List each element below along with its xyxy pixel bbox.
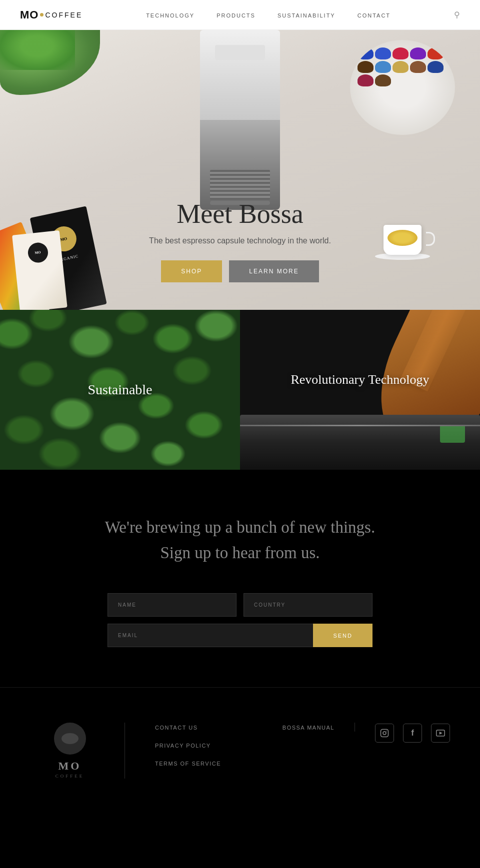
cards-row: Sustainable Revolutionary Technology [0,310,480,470]
name-input[interactable] [108,593,236,617]
nav-technology[interactable]: TECHNOLOGY [146,12,194,18]
footer-social-column: f [355,723,450,743]
footer-manual-column: BOSSA MANUAL [262,723,355,732]
logo-mo: MO [20,8,38,21]
signup-section: We're brewing up a bunch of new things. … [0,470,480,687]
hero-section: MO ORGANIC MO Meet Bossa The best espres… [0,30,480,310]
signup-form: SEND [108,593,372,647]
nav-contact[interactable]: CONTACT [358,12,390,18]
nav-links: TECHNOLOGY PRODUCTS SUSTAINABILITY CONTA… [146,10,390,19]
email-input[interactable] [108,624,313,647]
instagram-icon[interactable] [375,724,394,743]
footer-logo-mark [54,723,86,755]
form-row-name-country [108,593,372,617]
shop-button[interactable]: SHOP [161,260,222,282]
svg-point-1 [383,732,386,735]
card-technology-label: Revolutionary Technology [290,372,429,387]
footer-privacy-link[interactable]: PRIVACY POLICY [155,743,211,749]
youtube-icon[interactable] [431,724,450,743]
search-icon[interactable]: ⚲ [454,10,460,19]
hero-content: Meet Bossa The best espresso capsule tec… [80,198,400,282]
navbar: MO COFFEE TECHNOLOGY PRODUCTS SUSTAINABI… [0,0,480,30]
card-sustainable-label: Sustainable [88,382,152,398]
footer-links-column: CONTACT US PRIVACY POLICY TERMS OF SERVI… [125,723,262,777]
plant-decoration-2 [0,30,75,70]
coffee-machine [195,30,285,210]
signup-headline: We're brewing up a bunch of new things. … [20,515,460,566]
footer-logo-column: MO COFFEE [30,723,125,779]
footer-logo-mo: MO [58,760,82,773]
footer-bossa-manual-link[interactable]: BOSSA MANUAL [282,725,334,731]
svg-point-2 [386,731,387,732]
svg-marker-4 [440,732,442,735]
country-input[interactable] [244,593,372,617]
card-technology[interactable]: Revolutionary Technology [240,310,480,470]
facebook-icon[interactable]: f [403,724,422,743]
nav-sustainability[interactable]: SUSTAINABILITY [278,12,336,18]
footer-logo-coffee-sub: COFFEE [56,774,84,779]
logo-dot-icon [40,13,44,16]
send-button[interactable]: SEND [313,624,372,647]
hero-buttons: SHOP LEARN MORE [80,260,400,282]
footer-inner: MO COFFEE CONTACT US PRIVACY POLICY TERM… [30,723,450,779]
pods-bowl [350,40,455,135]
logo-coffee-text: COFFEE [45,11,82,19]
hero-title: Meet Bossa [80,198,400,229]
hero-subtitle: The best espresso capsule technology in … [80,236,400,245]
nav-products[interactable]: PRODUCTS [216,12,256,18]
card-sustainable[interactable]: Sustainable [0,310,240,470]
learn-more-button[interactable]: LEARN MORE [229,260,318,282]
svg-rect-0 [381,730,388,737]
logo[interactable]: MO COFFEE [20,8,82,21]
footer-terms-link[interactable]: TERMS OF SERVICE [155,761,221,767]
form-row-email-send: SEND [108,624,372,647]
footer-contact-link[interactable]: CONTACT US [155,725,198,731]
footer: MO COFFEE CONTACT US PRIVACY POLICY TERM… [0,687,480,804]
